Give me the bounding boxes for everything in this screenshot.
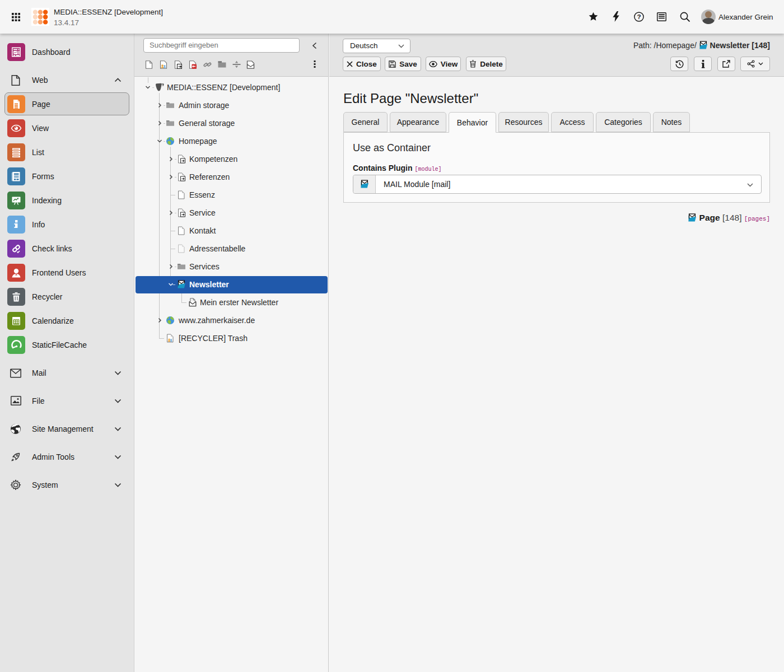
svg-text:?: ? — [637, 13, 641, 20]
